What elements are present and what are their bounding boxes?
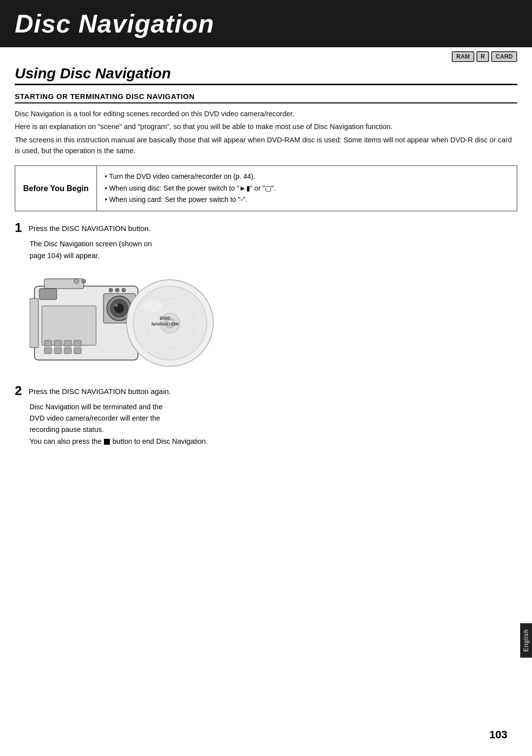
svg-text:NAVIGATION: NAVIGATION <box>151 322 178 327</box>
svg-rect-10 <box>30 298 38 348</box>
page-title: Disc Navigation <box>15 9 214 38</box>
svg-rect-14 <box>64 348 71 354</box>
intro-p3: The screens in this instruction manual a… <box>15 134 517 157</box>
step-1-number: 1 <box>15 220 26 235</box>
svg-point-22 <box>122 288 126 292</box>
stop-icon <box>104 439 110 445</box>
before-item-3: When using card: Set the power switch to… <box>105 194 276 206</box>
step-1-text: Press the DISC NAVIGATION button. <box>29 220 151 234</box>
step-1-detail: The Disc Navigation screen (shown on pag… <box>30 238 517 261</box>
page-number: 103 <box>489 728 507 741</box>
svg-rect-17 <box>54 340 62 346</box>
badge-ram: RAM <box>452 51 474 62</box>
intro-p1: Disc Navigation is a tool for editing sc… <box>15 108 517 119</box>
step-2-detail: Disc Navigation will be terminated and t… <box>30 401 517 447</box>
before-you-begin-label: Before You Begin <box>15 166 97 211</box>
section-title: Using Disc Navigation <box>15 65 171 81</box>
step-1-detail-2: page 104) will appear. <box>30 252 100 260</box>
svg-point-21 <box>115 288 119 292</box>
step-2-text: Press the DISC NAVIGATION button again. <box>29 383 171 397</box>
svg-rect-12 <box>44 348 52 354</box>
svg-rect-16 <box>44 340 52 346</box>
step-1-row: 1 Press the DISC NAVIGATION button. <box>15 220 517 235</box>
sub-heading: STARTING OR TERMINATING DISC NAVIGATION <box>15 92 517 103</box>
camera-illustration-area: DISC NAVIGATION <box>30 266 517 376</box>
step-2-number: 2 <box>15 383 26 398</box>
badge-r: R <box>476 51 490 62</box>
intro-p2: Here is an explanation on "scene" and "p… <box>15 121 517 132</box>
step-2-row: 2 Press the DISC NAVIGATION button again… <box>15 383 517 398</box>
svg-point-6 <box>115 304 118 307</box>
svg-point-20 <box>109 288 113 292</box>
svg-rect-19 <box>74 340 81 346</box>
section-title-bar: Using Disc Navigation <box>15 65 517 85</box>
badges-row: RAM R CARD <box>0 47 532 62</box>
svg-rect-13 <box>54 348 62 354</box>
svg-rect-18 <box>64 340 71 346</box>
svg-rect-15 <box>74 348 81 354</box>
english-language-tab: English <box>520 623 532 657</box>
step-2-detail-2: DVD video camera/recorder will enter the <box>30 414 160 422</box>
step-2-detail-4: You can also press the button to end Dis… <box>30 437 208 445</box>
step-2-detail-3: recording pause status. <box>30 426 104 433</box>
svg-point-8 <box>74 279 79 284</box>
before-list: Turn the DVD video camera/recorder on (p… <box>105 171 276 206</box>
before-item-1: Turn the DVD video camera/recorder on (p… <box>105 171 276 183</box>
svg-rect-11 <box>42 306 96 345</box>
intro-text: Disc Navigation is a tool for editing sc… <box>15 108 517 157</box>
header-bar: Disc Navigation <box>0 0 532 47</box>
camera-svg: DISC NAVIGATION <box>30 266 217 375</box>
step-1-detail-1: The Disc Navigation screen (shown on <box>30 240 152 248</box>
svg-text:DISC: DISC <box>160 316 170 321</box>
before-you-begin-content: Turn the DVD video camera/recorder on (p… <box>97 166 284 211</box>
svg-point-31 <box>143 300 163 312</box>
svg-point-9 <box>82 279 86 283</box>
step-2-detail-1: Disc Navigation will be terminated and t… <box>30 403 163 411</box>
badge-card: CARD <box>491 51 517 62</box>
before-you-begin-box: Before You Begin Turn the DVD video came… <box>15 165 517 211</box>
svg-rect-7 <box>39 289 57 299</box>
before-item-2: When using disc: Set the power switch to… <box>105 183 276 195</box>
